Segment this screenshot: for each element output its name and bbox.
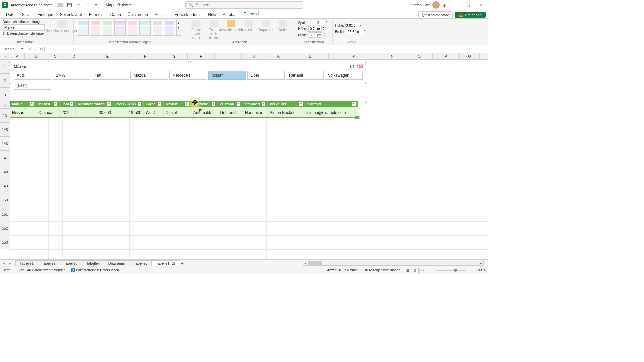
slicer-item-fiat[interactable]: Fiat — [92, 71, 129, 80]
view-page-layout-button[interactable]: ▤ — [412, 268, 419, 273]
table-cell-5[interactable]: Weiß — [144, 107, 164, 117]
table-header-8[interactable]: Zustand▾ — [218, 101, 243, 107]
table-cell-10[interactable]: Simon Becker — [268, 107, 305, 117]
align-button[interactable]: Ausrichten — [240, 20, 257, 32]
button-width-input[interactable] — [309, 32, 322, 38]
sheet-tab-2[interactable]: Tabelle3 — [60, 260, 82, 266]
multi-select-icon[interactable]: ☑ — [350, 64, 354, 69]
slicer-item-mazda[interactable]: Mazda — [130, 71, 168, 80]
tab-hilfe[interactable]: Hilfe — [205, 11, 219, 18]
col-header-K[interactable]: K — [266, 53, 291, 59]
slicer-item-audi[interactable]: Audi — [14, 71, 51, 80]
save-icon[interactable]: 💾 — [67, 2, 73, 8]
col-header-G[interactable]: G — [161, 53, 188, 59]
col-header-E[interactable]: E — [86, 53, 129, 59]
button-height-input[interactable] — [308, 26, 322, 32]
table-resize-handle[interactable] — [355, 116, 360, 119]
col-header-O[interactable]: O — [406, 53, 433, 59]
table-cell-8[interactable]: Gebraucht — [218, 107, 243, 117]
maximize-button[interactable]: ▢ — [463, 2, 473, 8]
table-header-7[interactable]: Getriebe▾ — [191, 101, 218, 107]
fx-icon[interactable]: fx — [40, 47, 43, 51]
tab-datenschnitt[interactable]: Datenschnitt — [240, 10, 269, 18]
table-cell-1[interactable]: Qashqai — [36, 107, 60, 117]
size-height-input[interactable] — [345, 23, 359, 28]
table-cell-3[interactable]: 30.000 — [76, 107, 113, 117]
zoom-out-button[interactable]: − — [430, 268, 432, 272]
sheet-tab-4[interactable]: Diagramm — [104, 260, 130, 266]
row-header-152[interactable]: 152 — [0, 221, 10, 235]
redo-icon[interactable]: ↷ — [84, 2, 90, 8]
sheet-prev-icon[interactable]: ◄ — [2, 261, 6, 266]
add-sheet-button[interactable]: + — [179, 261, 186, 266]
slicer-item-volkswagen[interactable]: Volkswagen — [325, 71, 363, 80]
comments-button[interactable]: 💬 Kommentare — [418, 11, 453, 18]
select-all-corner[interactable]: ◢ — [0, 53, 10, 60]
table-cell-9[interactable]: Hannover — [243, 107, 268, 117]
chevron-down-icon[interactable]: ▾ — [129, 3, 131, 6]
clear-filter-icon[interactable]: ⌫ — [357, 64, 363, 69]
col-header-H[interactable]: H — [188, 53, 215, 59]
name-box[interactable]: Marke▾ — [3, 46, 24, 52]
diamond-icon[interactable]: ◈ — [443, 3, 446, 7]
table-header-2[interactable]: Jahr▾ — [60, 101, 76, 107]
row-header-2[interactable]: 2 — [0, 74, 10, 88]
col-header-N[interactable]: N — [379, 53, 406, 59]
slicer-settings-button[interactable]: ⚙ Datenschnitteinstellungen — [3, 32, 47, 35]
table-cell-0[interactable]: Nissan — [10, 107, 36, 117]
table-cell-4[interactable]: 18.500 — [113, 107, 144, 117]
minimize-button[interactable]: — — [449, 2, 460, 8]
table-cell-11[interactable]: simon@example.com — [305, 107, 358, 117]
table-data-row[interactable]: NissanQashqai201930.00018.500WeißDieselA… — [10, 107, 358, 118]
table-header-0[interactable]: Marke▾ — [10, 101, 36, 107]
col-header-C[interactable]: C — [48, 53, 62, 59]
col-header-J[interactable]: J — [241, 53, 266, 59]
close-button[interactable]: ✕ — [476, 2, 486, 8]
display-settings[interactable]: 🖥 Anzeigeeinstellungen — [365, 268, 400, 272]
zoom-in-button[interactable]: + — [470, 268, 472, 272]
zoom-value[interactable]: 130 % — [476, 268, 486, 272]
row-header-146[interactable]: 146 — [0, 137, 10, 151]
tab-ansicht[interactable]: Ansicht — [151, 11, 171, 18]
undo-icon[interactable]: ↶ — [75, 2, 82, 8]
document-title[interactable]: Mappe3.xlsx — [106, 3, 128, 7]
sheet-tab-5[interactable]: Tabelle6 — [129, 260, 152, 266]
tab-entwicklertools[interactable]: Entwicklertools — [171, 11, 205, 18]
row-header-13[interactable]: 13 — [0, 109, 10, 123]
row-header-150[interactable]: 150 — [0, 193, 10, 207]
row-header-148[interactable]: 148 — [0, 165, 10, 179]
slicer-item-nissan[interactable]: Nissan — [208, 71, 246, 80]
col-header-B[interactable]: B — [25, 53, 48, 59]
row-header-149[interactable]: 149 — [0, 179, 10, 193]
table-header-3[interactable]: Kilometerstand▾ — [76, 101, 113, 107]
table-header-9[interactable]: Standort▾ — [243, 101, 268, 107]
slicer-marke[interactable]: Marke ☑ ⌫ AudiBMWFiatMazdaMercedesNissan… — [10, 62, 366, 102]
sheet-next-icon[interactable]: ► — [8, 261, 12, 266]
row-header-1[interactable]: 1 — [0, 60, 10, 74]
slicer-item-opel[interactable]: Opel — [247, 71, 285, 80]
user-avatar[interactable] — [432, 1, 440, 9]
sheet-tab-6[interactable]: Tabelle1 (2) — [151, 260, 179, 266]
slicer-item-leer[interactable]: (Leer) — [14, 81, 51, 90]
col-header-P[interactable]: P — [433, 53, 460, 59]
row-header-147[interactable]: 147 — [0, 151, 10, 165]
tab-start[interactable]: Start — [19, 11, 34, 18]
col-header-L[interactable]: L — [291, 53, 329, 59]
selection-pane-button[interactable]: Auswahlbereich — [223, 20, 239, 32]
row-header-4[interactable]: 4 — [0, 102, 10, 109]
tab-überprüfen[interactable]: Überprüfen — [124, 11, 151, 18]
table-header-6[interactable]: Kraftst.▾ — [164, 101, 191, 107]
search-input[interactable]: 🔍 Suchen — [185, 1, 303, 9]
tab-acrobat[interactable]: Acrobat — [219, 11, 240, 18]
col-header-F[interactable]: F — [129, 53, 161, 59]
zoom-slider[interactable] — [436, 270, 466, 271]
sheet-tab-3[interactable]: Tabelle4 — [82, 260, 104, 266]
table-header-4[interactable]: Preis (EUR)▾ — [113, 101, 144, 107]
tab-einfügen[interactable]: Einfügen — [34, 11, 56, 18]
tab-daten[interactable]: Daten — [107, 11, 124, 18]
autosave-toggle[interactable] — [55, 3, 63, 7]
table-cell-2[interactable]: 2019 — [60, 107, 76, 117]
caption-input[interactable] — [3, 24, 45, 31]
sheet-tab-0[interactable]: Tabelle1 — [15, 260, 38, 266]
horizontal-scrollbar[interactable]: ◄ ► — [303, 261, 484, 266]
